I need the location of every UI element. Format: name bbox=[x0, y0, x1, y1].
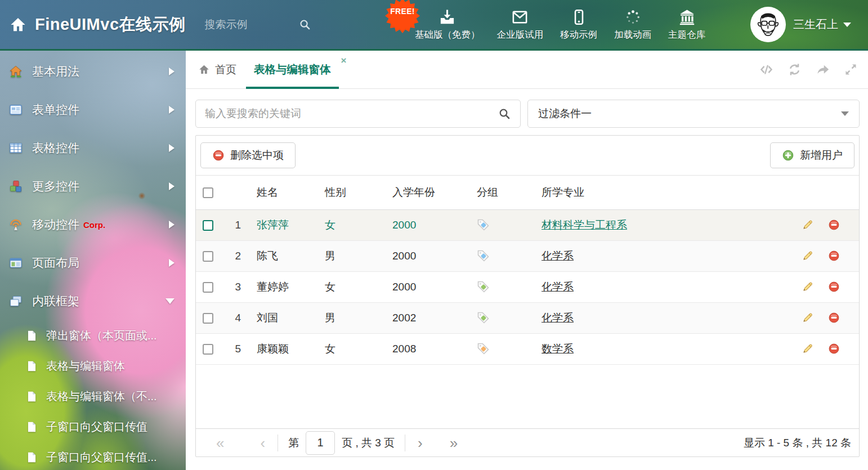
major-link[interactable]: 材料科学与工程系 bbox=[542, 219, 627, 231]
header-nav: 基础版（免费） 企业版试用 移动示例 加载动画 主题仓库 bbox=[415, 0, 705, 49]
avatar[interactable] bbox=[750, 7, 786, 42]
cell-name: 康颖颖 bbox=[247, 333, 317, 364]
sidebar-subitem-label: 子窗口向父窗口传值 bbox=[46, 419, 147, 435]
sidebar-item-grid-controls[interactable]: 表格控件 bbox=[0, 129, 186, 167]
nav-loading-animation[interactable]: 加载动画 bbox=[614, 8, 651, 41]
major-link[interactable]: 化学系 bbox=[542, 250, 574, 262]
add-user-button[interactable]: 新增用户 bbox=[770, 142, 854, 168]
button-label: 删除选中项 bbox=[230, 148, 284, 163]
grid-toolbar: 删除选中项 新增用户 bbox=[196, 136, 859, 176]
chevron-right-icon bbox=[169, 106, 175, 114]
major-link[interactable]: 化学系 bbox=[542, 281, 574, 293]
nav-basic-edition[interactable]: 基础版（免费） bbox=[415, 8, 480, 41]
file-icon bbox=[26, 421, 38, 433]
edit-pencil-icon[interactable] bbox=[802, 219, 813, 231]
row-checkbox[interactable] bbox=[203, 220, 213, 231]
edit-pencil-icon[interactable] bbox=[802, 281, 813, 293]
column-header-year: 入学年份 bbox=[384, 176, 469, 209]
fullscreen-icon[interactable] bbox=[843, 62, 858, 77]
nav-label: 加载动画 bbox=[614, 29, 651, 41]
search-icon[interactable] bbox=[498, 107, 511, 120]
page-number-input[interactable] bbox=[306, 431, 335, 455]
row-checkbox[interactable] bbox=[203, 251, 213, 262]
last-page-button[interactable]: » bbox=[448, 436, 460, 450]
table-row[interactable]: 2 陈飞 男 2000 化学系 bbox=[196, 240, 859, 271]
table-row[interactable]: 4 刘国 男 2002 化学系 bbox=[196, 302, 859, 333]
delete-selected-button[interactable]: 删除选中项 bbox=[200, 142, 296, 168]
sidebar-item-mobile-controls[interactable]: 移动控件 Corp. bbox=[0, 205, 186, 244]
username-dropdown[interactable]: 三生石上 bbox=[793, 17, 851, 32]
form-icon bbox=[9, 103, 23, 117]
keyword-search-input[interactable] bbox=[205, 108, 498, 120]
sidebar-subitem-label: 子窗口向父窗口传值... bbox=[46, 450, 157, 465]
edit-pencil-icon[interactable] bbox=[802, 343, 813, 355]
sidebar-subitem-popup-window[interactable]: 弹出窗体（本页面或... bbox=[0, 320, 186, 351]
sidebar-subitem-grid-edit-window[interactable]: 表格与编辑窗体 bbox=[0, 351, 186, 381]
tag-icon bbox=[477, 218, 490, 231]
row-checkbox[interactable] bbox=[203, 313, 213, 324]
filter-dropdown[interactable]: 过滤条件一 bbox=[527, 100, 860, 128]
user-menu: 三生石上 bbox=[750, 0, 851, 49]
tag-icon bbox=[477, 280, 490, 293]
cell-name: 刘国 bbox=[247, 302, 317, 333]
prev-page-button[interactable]: ‹ bbox=[258, 436, 267, 450]
nav-mobile-demo[interactable]: 移动示例 bbox=[560, 8, 597, 41]
source-code-icon[interactable] bbox=[759, 62, 774, 77]
corp-badge: Corp. bbox=[83, 220, 105, 230]
table-row[interactable]: 1 张萍萍 女 2000 材料科学与工程系 bbox=[196, 209, 859, 240]
row-number: 2 bbox=[223, 240, 247, 271]
edit-pencil-icon[interactable] bbox=[802, 250, 813, 262]
sidebar-item-label: 更多控件 bbox=[32, 178, 79, 194]
search-icon[interactable] bbox=[298, 18, 311, 31]
first-page-button[interactable]: « bbox=[214, 436, 226, 450]
open-new-window-icon[interactable] bbox=[815, 62, 830, 77]
delete-row-icon[interactable] bbox=[828, 343, 840, 355]
envelope-icon bbox=[511, 8, 529, 26]
tab-grid-edit-window[interactable]: 表格与编辑窗体 × bbox=[246, 51, 339, 88]
nav-enterprise-trial[interactable]: 企业版试用 bbox=[497, 8, 544, 41]
column-header-gender: 性别 bbox=[317, 176, 384, 209]
divider bbox=[278, 435, 278, 451]
table-row[interactable]: 5 康颖颖 女 2008 数学系 bbox=[196, 333, 859, 364]
edit-pencil-icon[interactable] bbox=[802, 312, 813, 324]
file-icon bbox=[26, 360, 38, 372]
brand[interactable]: FineUIMvc在线示例 bbox=[0, 14, 186, 36]
delete-row-icon[interactable] bbox=[828, 250, 840, 262]
nav-theme-repository[interactable]: 主题仓库 bbox=[668, 8, 705, 41]
row-checkbox[interactable] bbox=[203, 282, 213, 293]
sidebar-item-basic-usage[interactable]: 基本用法 bbox=[0, 52, 186, 91]
tab-home[interactable]: 首页 bbox=[196, 51, 239, 88]
app-title: FineUIMvc在线示例 bbox=[35, 14, 186, 36]
nav-label: 企业版试用 bbox=[497, 29, 544, 41]
close-icon[interactable]: × bbox=[341, 56, 347, 65]
sidebar-subitem-grid-edit-window-2[interactable]: 表格与编辑窗体（不... bbox=[0, 381, 186, 411]
home-icon bbox=[9, 16, 27, 34]
table-row[interactable]: 3 董婷婷 女 2000 化学系 bbox=[196, 271, 859, 302]
header-search-input[interactable] bbox=[205, 19, 295, 31]
tag-icon bbox=[477, 342, 490, 355]
chevron-right-icon bbox=[169, 182, 175, 190]
delete-row-icon[interactable] bbox=[828, 312, 840, 324]
major-link[interactable]: 化学系 bbox=[542, 312, 574, 324]
sidebar-item-iframe[interactable]: 内联框架 bbox=[0, 282, 186, 320]
grid-panel: 删除选中项 新增用户 姓名 性别 bbox=[195, 135, 860, 457]
row-checkbox[interactable] bbox=[203, 344, 213, 355]
sidebar-item-more-controls[interactable]: 更多控件 bbox=[0, 167, 186, 205]
column-header-major: 所学专业 bbox=[534, 176, 791, 209]
major-link[interactable]: 数学系 bbox=[542, 343, 574, 355]
row-number: 1 bbox=[223, 209, 247, 240]
next-page-button[interactable]: › bbox=[415, 436, 425, 450]
cell-name: 陈飞 bbox=[247, 240, 317, 271]
sidebar-item-page-layout[interactable]: 页面布局 bbox=[0, 244, 186, 282]
signal-icon bbox=[9, 218, 23, 231]
column-header-name: 姓名 bbox=[247, 176, 317, 209]
sidebar-subitem-child-to-parent[interactable]: 子窗口向父窗口传值 bbox=[0, 411, 186, 442]
refresh-icon[interactable] bbox=[787, 62, 802, 77]
sidebar-item-form-controls[interactable]: 表单控件 bbox=[0, 91, 186, 129]
delete-row-icon[interactable] bbox=[828, 219, 840, 231]
header-search bbox=[205, 18, 317, 31]
sidebar-subitem-child-to-parent-2[interactable]: 子窗口向父窗口传值... bbox=[0, 442, 186, 470]
select-all-checkbox[interactable] bbox=[203, 187, 213, 198]
cell-year: 2008 bbox=[384, 333, 469, 364]
delete-row-icon[interactable] bbox=[828, 281, 840, 293]
